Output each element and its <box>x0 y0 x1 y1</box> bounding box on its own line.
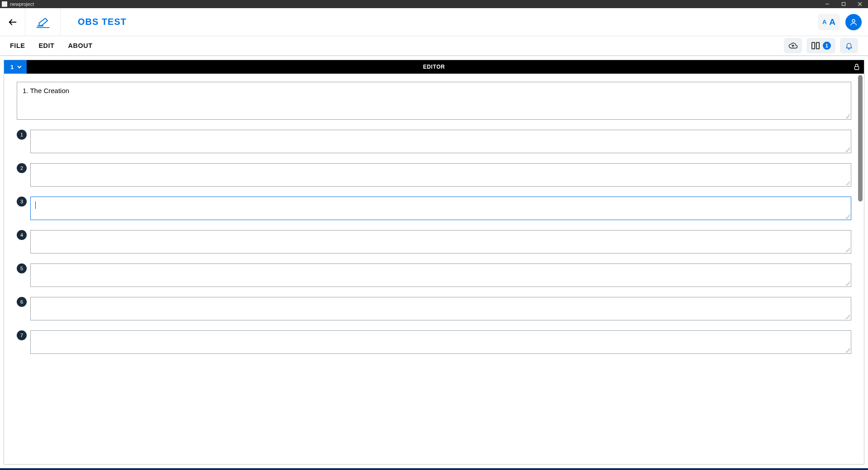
editor-toolbar: 1 EDITOR <box>4 60 864 74</box>
story-row: 2 <box>17 163 851 187</box>
menu-edit[interactable]: EDIT <box>38 42 54 49</box>
row-text-field[interactable] <box>30 230 851 254</box>
window-title: newproject <box>10 1 34 7</box>
window-maximize-button[interactable] <box>835 0 852 8</box>
app-icon <box>2 1 7 7</box>
menu-bar: FILE EDIT ABOUT 1 <box>0 36 868 56</box>
font-size-toggle[interactable]: A A <box>818 14 840 30</box>
row-text-field[interactable] <box>30 263 851 287</box>
columns-icon <box>811 42 820 50</box>
user-avatar-button[interactable] <box>845 14 862 30</box>
svg-rect-7 <box>816 42 819 49</box>
row-text-field[interactable] <box>30 297 851 320</box>
section-selector[interactable]: 1 <box>4 60 27 74</box>
project-title: OBS TEST <box>61 17 127 27</box>
svg-rect-8 <box>854 66 859 70</box>
font-small-icon: A <box>822 19 826 25</box>
story-row: 5 <box>17 263 851 287</box>
text-cursor <box>35 202 36 209</box>
row-text-field[interactable] <box>30 197 851 220</box>
scrollbar-thumb[interactable] <box>858 75 863 202</box>
columns-layout-button[interactable]: 1 <box>807 38 835 53</box>
lock-icon <box>853 63 860 70</box>
story-row: 4 <box>17 230 851 254</box>
status-strip <box>0 468 868 470</box>
app-logo <box>25 8 61 36</box>
row-text-field[interactable] <box>30 330 851 354</box>
lock-toggle[interactable] <box>853 63 860 70</box>
row-number-badge: 2 <box>17 163 27 173</box>
story-row: 3 <box>17 197 851 220</box>
chevron-down-icon <box>17 64 22 70</box>
row-text-field[interactable] <box>30 130 851 153</box>
row-number-badge: 3 <box>17 197 27 207</box>
row-number-badge: 1 <box>17 130 27 140</box>
story-row: 1 <box>17 130 851 153</box>
notifications-button[interactable] <box>840 38 858 53</box>
app-header: OBS TEST A A <box>0 8 868 36</box>
vertical-scrollbar[interactable] <box>857 74 863 464</box>
editor-panel: 1 EDITOR 1. The Creation1234567 <box>4 60 864 465</box>
story-title-field[interactable]: 1. The Creation <box>17 82 851 120</box>
row-number-badge: 7 <box>17 330 27 340</box>
row-number-badge: 6 <box>17 297 27 307</box>
svg-rect-1 <box>842 3 845 6</box>
story-row: 7 <box>17 330 851 354</box>
window-close-button[interactable] <box>852 0 868 8</box>
svg-point-5 <box>852 19 855 22</box>
columns-count-badge: 1 <box>823 42 831 50</box>
section-number: 1 <box>10 64 14 70</box>
window-titlebar: newproject <box>0 0 868 8</box>
row-number-badge: 5 <box>17 263 27 273</box>
row-number-badge: 4 <box>17 230 27 240</box>
menu-file[interactable]: FILE <box>10 42 25 49</box>
back-button[interactable] <box>0 8 25 36</box>
window-minimize-button[interactable] <box>819 0 835 8</box>
story-row: 6 <box>17 297 851 320</box>
menu-about[interactable]: ABOUT <box>68 42 92 49</box>
editor-panel-title: EDITOR <box>4 64 864 70</box>
row-text-field[interactable] <box>30 163 851 187</box>
font-large-icon: A <box>829 17 835 27</box>
cloud-sync-button[interactable] <box>784 38 802 53</box>
svg-rect-6 <box>812 42 815 49</box>
